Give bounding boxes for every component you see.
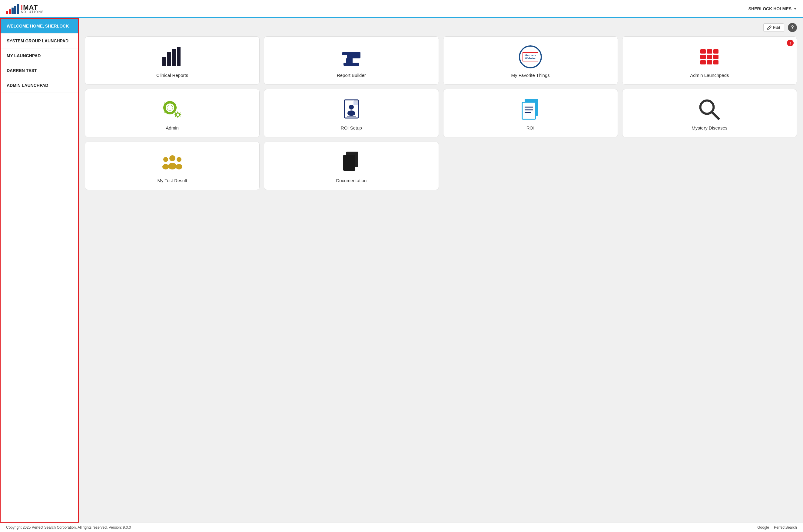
tile-badge-admin-launchpads: ! xyxy=(787,40,793,46)
sidebar-item-darren-test[interactable]: DARREN TEST xyxy=(1,63,78,78)
svg-point-24 xyxy=(703,103,711,111)
tiles-grid: Clinical Reports Report Bu xyxy=(85,36,797,190)
logo-subtitle: SOLUTIONS xyxy=(21,10,44,14)
svg-rect-19 xyxy=(522,102,535,119)
tile-my-test-result[interactable]: My Test Result xyxy=(85,141,260,190)
svg-rect-6 xyxy=(344,63,359,66)
anvil-icon xyxy=(339,45,364,69)
svg-point-14 xyxy=(349,105,354,110)
tile-documentation[interactable]: Documentation xyxy=(264,141,439,190)
logo-area: IMAT SOLUTIONS xyxy=(6,3,44,14)
user-menu[interactable]: SHERLOCK HOLMES ▼ xyxy=(748,6,797,11)
svg-rect-7 xyxy=(342,55,347,58)
sidebar-item-system-group[interactable]: SYSTEM GROUP LAUNCHPAD xyxy=(1,34,78,49)
tile-clinical-reports[interactable]: Clinical Reports xyxy=(85,36,260,85)
svg-rect-33 xyxy=(343,155,355,171)
bar-chart-icon xyxy=(160,45,184,69)
svg-rect-1 xyxy=(167,52,171,66)
tile-roi-setup[interactable]: ROI Setup xyxy=(264,89,439,137)
gear-icon xyxy=(160,97,184,122)
svg-point-10 xyxy=(167,105,173,111)
svg-rect-0 xyxy=(162,57,166,66)
help-button[interactable]: ? xyxy=(788,23,797,32)
magnifier-icon xyxy=(697,97,722,122)
tile-admin[interactable]: Admin xyxy=(85,89,260,137)
sidebar-item-admin-launchpad[interactable]: ADMIN LAUNCHPAD xyxy=(1,78,78,93)
tile-label-my-test-result: My Test Result xyxy=(158,178,187,183)
tile-label-mystery-diseases: Mystery Diseases xyxy=(692,125,727,130)
footer-link-google[interactable]: Google xyxy=(757,525,769,530)
toolbar: Edit ? xyxy=(85,23,797,32)
content-area: Edit ? Clinical Reports xyxy=(79,18,803,522)
merriam-webster-icon: Merriam- Webster xyxy=(518,45,543,69)
edit-button[interactable]: Edit xyxy=(763,23,784,32)
svg-point-27 xyxy=(168,163,177,169)
edit-label: Edit xyxy=(773,25,780,30)
sidebar-item-my-launchpad[interactable]: MY LAUNCHPAD xyxy=(1,49,78,63)
tile-label-documentation: Documentation xyxy=(336,178,366,183)
footer: Copyright 2025 Perfect Search Corporatio… xyxy=(0,522,803,532)
tile-report-builder[interactable]: Report Builder xyxy=(264,36,439,85)
svg-line-25 xyxy=(712,112,718,119)
tile-label-admin-launchpads: Admin Launchpads xyxy=(690,73,729,78)
svg-point-29 xyxy=(162,164,169,169)
people-icon xyxy=(160,150,184,174)
main-wrapper: WELCOME HOME, SHERLOCK SYSTEM GROUP LAUN… xyxy=(0,18,803,522)
pencil-icon xyxy=(767,25,771,30)
tile-mystery-diseases[interactable]: Mystery Diseases xyxy=(622,89,797,137)
svg-rect-3 xyxy=(177,47,181,66)
chevron-down-icon: ▼ xyxy=(793,7,797,11)
footer-link-perfectsearch[interactable]: PerfectSearch xyxy=(774,525,797,530)
tile-label-my-favorite-things: My Favorite Things xyxy=(511,73,549,78)
copyright-text: Copyright 2025 Perfect Search Corporatio… xyxy=(6,525,131,530)
tile-admin-launchpads[interactable]: ! Admin Launchpads xyxy=(622,36,797,85)
svg-point-15 xyxy=(347,111,355,116)
svg-point-31 xyxy=(176,164,182,169)
sidebar: WELCOME HOME, SHERLOCK SYSTEM GROUP LAUN… xyxy=(0,18,79,522)
sidebar-item-welcome[interactable]: WELCOME HOME, SHERLOCK xyxy=(1,19,78,34)
svg-rect-2 xyxy=(172,49,176,66)
tile-label-report-builder: Report Builder xyxy=(337,73,366,78)
tile-label-admin: Admin xyxy=(166,125,179,130)
header: IMAT SOLUTIONS SHERLOCK HOLMES ▼ xyxy=(0,0,803,18)
document-dark-icon xyxy=(339,150,364,174)
grid-dots-icon xyxy=(697,45,722,69)
logo-bars-icon xyxy=(6,3,19,14)
document-person-icon xyxy=(339,97,364,122)
svg-point-26 xyxy=(169,155,176,161)
tile-label-roi-setup: ROI Setup xyxy=(341,125,362,130)
logo-text-group: IMAT SOLUTIONS xyxy=(21,4,44,14)
document-lines-blue-icon xyxy=(518,97,543,122)
user-name: SHERLOCK HOLMES xyxy=(748,6,791,11)
tile-label-roi: ROI xyxy=(526,125,535,130)
svg-point-28 xyxy=(163,157,168,162)
tile-my-favorite-things[interactable]: Merriam- Webster My Favorite Things xyxy=(443,36,618,85)
footer-links: Google PerfectSearch xyxy=(757,525,797,530)
tile-roi[interactable]: ROI xyxy=(443,89,618,137)
svg-point-30 xyxy=(177,157,181,162)
svg-point-12 xyxy=(177,113,179,116)
tile-label-clinical-reports: Clinical Reports xyxy=(156,73,188,78)
svg-rect-5 xyxy=(346,58,352,63)
